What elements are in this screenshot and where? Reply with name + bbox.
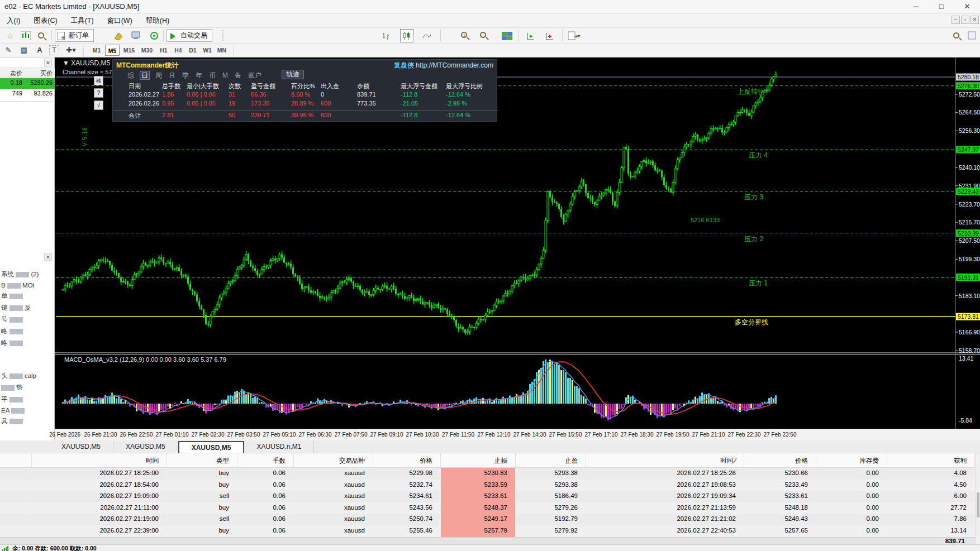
commander-tab-季[interactable]: 季 <box>181 71 190 79</box>
indicators-list-icon[interactable] <box>524 29 537 42</box>
orders-column-header[interactable]: 类型 <box>167 453 237 467</box>
navigator-item[interactable]: 单 <box>0 290 55 302</box>
commander-tab-备[interactable]: 备 <box>234 71 242 79</box>
favorites-star-icon[interactable]: ☆ <box>3 29 17 42</box>
minimize-button[interactable]: ─ <box>903 0 929 13</box>
orders-column-header[interactable]: 价格 <box>744 453 816 467</box>
chart-tab-xagusd-m5[interactable]: XAGUSD,M5 <box>113 441 178 453</box>
market-watch-close-icon[interactable]: ✕ <box>44 59 52 66</box>
commander-help-button[interactable]: ? <box>94 88 103 98</box>
orders-column-header[interactable]: 手数 <box>237 453 294 467</box>
track-button[interactable]: 轨迹 <box>282 70 304 79</box>
navigator-item[interactable]: 头 calp <box>0 370 55 382</box>
table-scrollbar[interactable] <box>975 453 980 544</box>
commander-check-button[interactable]: √ <box>94 100 103 110</box>
timeframe-h1[interactable]: H1 <box>156 45 171 56</box>
commander-brand-link[interactable]: 复盘侠 http://MTCommander.com <box>394 61 493 70</box>
navigator-item[interactable]: 具 <box>0 415 55 427</box>
tile-windows-icon[interactable] <box>499 29 513 42</box>
menu-help[interactable]: 帮助(H) <box>139 14 176 28</box>
help-panel-icon[interactable] <box>965 29 979 42</box>
line-chart-type-icon[interactable] <box>420 29 434 42</box>
auto-trading-button[interactable]: 自动交易 <box>166 29 212 42</box>
menu-window[interactable]: 窗口(W) <box>101 14 139 28</box>
orders-column-header[interactable]: 交易品种 <box>294 453 373 467</box>
timeframe-d1[interactable]: D1 <box>185 45 200 56</box>
commander-tab-M[interactable]: M <box>221 71 229 79</box>
navigator-item[interactable]: 略 <box>0 337 55 349</box>
mdi-close-button[interactable]: ✕ <box>971 16 979 24</box>
candlestick-chart-type-icon[interactable] <box>400 29 413 42</box>
timeframe-m15[interactable]: M15 <box>121 45 137 56</box>
navigator-item[interactable]: 平 <box>0 394 55 405</box>
new-order-button[interactable]: + 新订单 <box>55 29 94 42</box>
add-indicator-icon[interactable] <box>543 29 556 42</box>
search-icon[interactable] <box>950 29 963 42</box>
order-row[interactable]: 2026.02.27 21:11:00buy0.06xauusd5243.565… <box>0 502 975 514</box>
menu-charts[interactable]: 图表(C) <box>27 14 64 28</box>
new-chart-icon[interactable] <box>19 29 32 42</box>
chart-tab-xauusd-m5[interactable]: XAUUSD,M5 <box>49 441 113 453</box>
commander-move-button[interactable]: 移 <box>94 76 103 85</box>
scrollbar-thumb[interactable] <box>977 492 979 518</box>
navigator-item[interactable]: EA <box>0 405 55 415</box>
menu-tools[interactable]: 工具(T) <box>64 14 101 28</box>
commander-tab-综[interactable]: 综 <box>126 71 135 79</box>
timeframe-m1[interactable]: M1 <box>89 45 104 56</box>
order-row[interactable]: 2026.02.27 18:25:00buy0.06xauusd5229.985… <box>0 468 975 480</box>
shapes-dropdown-icon[interactable]: ✚▾ <box>65 44 77 56</box>
bar-chart-type-icon[interactable] <box>380 29 393 42</box>
maximize-button[interactable]: □ <box>929 0 954 13</box>
time-axis[interactable]: 26 Feb 202626 Feb 21:3026 Feb 22:5027 Fe… <box>55 429 980 440</box>
title-bar[interactable]: e02 - EC Markets Limited - [XAUUSD,M5] ─… <box>0 0 980 14</box>
chart-tab-xauusd-m5[interactable]: XAUUSD,M5 <box>178 441 245 453</box>
navigator-item[interactable]: 号 <box>0 314 55 325</box>
commander-tab-账户[interactable]: 账户 <box>247 71 263 79</box>
navigator-item[interactable]: 略 <box>0 325 55 337</box>
commander-tab-月[interactable]: 月 <box>168 71 177 79</box>
close-button[interactable]: ✕ <box>954 0 980 13</box>
order-row[interactable]: 2026.02.27 18:54:00buy0.06xauusd5232.745… <box>0 480 975 491</box>
market-watch-row[interactable]: 0.185280.26 <box>0 78 55 89</box>
crosshair-icon[interactable]: ▦ <box>18 44 30 56</box>
navigator-item[interactable]: 系统 (2) <box>0 269 55 280</box>
signals-icon[interactable] <box>148 29 161 42</box>
commander-tab-币[interactable]: 币 <box>208 71 217 79</box>
timeframe-w1[interactable]: W1 <box>200 45 215 56</box>
navigator-close-icon[interactable]: ✕ <box>44 253 52 261</box>
zoom-in-icon[interactable]: + <box>458 29 472 42</box>
orders-column-header[interactable]: 时间 <box>32 453 167 467</box>
timeframe-mn[interactable]: MN <box>215 45 229 56</box>
orders-column-header[interactable]: 库存费 <box>816 453 887 467</box>
orders-column-header[interactable]: 获利 <box>887 453 975 467</box>
market-watch-row[interactable]: 74993.826 <box>0 89 55 99</box>
new-template-dropdown-icon[interactable]: + <box>568 29 581 42</box>
timeframe-m5[interactable]: M5 <box>105 45 120 56</box>
orders-column-header[interactable]: 价格 <box>373 453 441 467</box>
orders-column-header[interactable]: 止损 <box>441 453 516 467</box>
commander-tab-年[interactable]: 年 <box>194 71 203 79</box>
commander-tab-日[interactable]: 日 <box>140 71 150 80</box>
navigator-item[interactable]: B MOI <box>0 280 55 290</box>
expert-advisors-icon[interactable] <box>130 29 143 42</box>
text-tool-icon[interactable]: T <box>49 45 59 55</box>
orders-column-header[interactable] <box>0 453 32 467</box>
mdi-restore-button[interactable]: ▫ <box>961 16 969 24</box>
commander-tab-周[interactable]: 周 <box>154 71 163 79</box>
timeframe-m30[interactable]: M30 <box>139 45 155 56</box>
chart-profiles-icon[interactable] <box>35 29 48 42</box>
orders-column-header[interactable]: 止盈 <box>516 453 586 467</box>
menu-insert[interactable]: 入(I) <box>0 14 27 28</box>
order-row[interactable]: 2026.02.27 21:19:00sell0.06xauusd5250.74… <box>0 514 975 525</box>
zoom-out-icon[interactable]: − <box>477 29 491 42</box>
order-row[interactable]: 2026.02.27 19:09:00sell0.06xauusd5234.61… <box>0 491 975 502</box>
orders-column-header[interactable]: 时间 ∕ <box>586 453 744 467</box>
text-label-icon[interactable]: A <box>34 44 46 56</box>
timeframe-h4[interactable]: H4 <box>171 45 185 56</box>
chart-tab-xauusd-n-m1[interactable]: XAUUSD.n,M1 <box>244 441 314 453</box>
cursor-icon[interactable]: ✎ <box>2 44 15 56</box>
mdi-minimize-button[interactable]: ─ <box>952 16 960 24</box>
navigator-item[interactable]: 势 <box>0 382 55 394</box>
style-tool-icon[interactable] <box>112 29 125 42</box>
navigator-item[interactable]: 键 反 <box>0 302 55 314</box>
